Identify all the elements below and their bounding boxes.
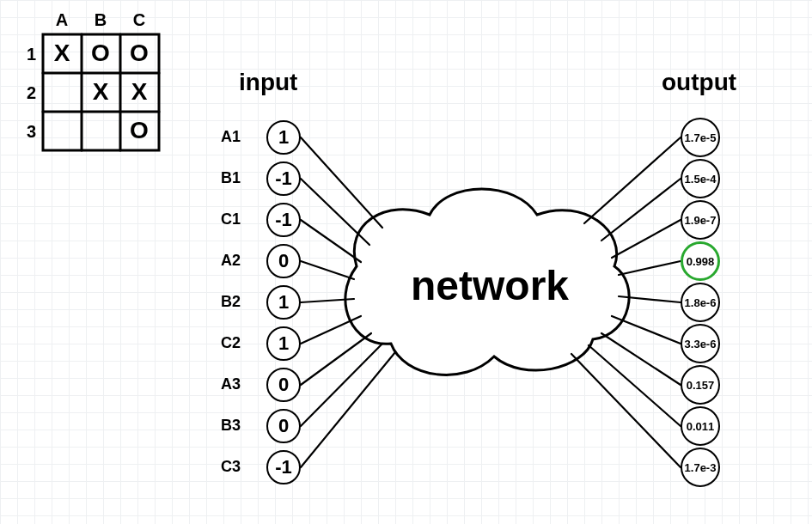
svg-line-6 xyxy=(301,179,369,245)
cell-C2: X xyxy=(122,78,156,106)
board-col-B: B xyxy=(83,10,118,30)
board-row-1: 1 xyxy=(19,45,36,64)
input-node-C1: -1 xyxy=(266,203,301,237)
cell-C3: O xyxy=(122,117,156,144)
input-value: 0 xyxy=(278,250,289,272)
output-node-6: 0.157 xyxy=(681,365,720,405)
output-value: 1.7e-3 xyxy=(685,461,717,474)
svg-line-10 xyxy=(301,316,361,344)
output-node-7: 0.011 xyxy=(681,406,720,446)
input-label-B2: B2 xyxy=(206,293,241,311)
cell-C1: O xyxy=(122,40,156,67)
cell-A1: X xyxy=(45,40,79,67)
input-node-A2: 0 xyxy=(266,244,301,278)
svg-line-5 xyxy=(301,137,382,228)
output-value: 0.998 xyxy=(687,255,715,268)
diagram-stage: { "board": { "cols": ["A", "B", "C"], "r… xyxy=(0,0,812,524)
input-value: -1 xyxy=(275,209,292,231)
output-node-0: 1.7e-5 xyxy=(681,118,720,157)
output-value: 0.157 xyxy=(687,379,715,392)
svg-line-7 xyxy=(301,220,361,262)
svg-line-20 xyxy=(601,333,681,385)
svg-line-17 xyxy=(619,261,681,275)
input-label-C3: C3 xyxy=(206,458,241,476)
input-label-C2: C2 xyxy=(206,334,241,352)
input-label-A3: A3 xyxy=(206,375,241,393)
input-heading: input xyxy=(239,69,297,96)
svg-line-13 xyxy=(301,352,395,467)
svg-line-19 xyxy=(612,316,681,344)
input-node-C3: -1 xyxy=(266,450,301,484)
input-value: -1 xyxy=(275,456,292,478)
input-node-A3: 0 xyxy=(266,368,301,402)
board-row-2: 2 xyxy=(19,83,36,103)
output-node-4: 1.8e-6 xyxy=(681,283,720,322)
output-node-2: 1.9e-7 xyxy=(681,200,720,240)
input-node-C2: 1 xyxy=(266,326,301,361)
output-value: 1.5e-4 xyxy=(685,173,717,186)
input-label-B3: B3 xyxy=(206,417,241,435)
input-label-A1: A1 xyxy=(206,128,241,146)
output-node-3: 0.998 xyxy=(681,241,720,281)
output-node-1: 1.5e-4 xyxy=(681,159,720,198)
cell-B2: X xyxy=(83,78,118,106)
board-row-3: 3 xyxy=(19,122,36,142)
output-value: 1.8e-6 xyxy=(685,296,717,309)
input-node-B2: 1 xyxy=(266,285,301,320)
output-node-8: 1.7e-3 xyxy=(681,448,720,487)
output-node-5: 3.3e-6 xyxy=(681,324,720,363)
input-value: 1 xyxy=(278,332,289,355)
svg-line-11 xyxy=(301,333,371,385)
svg-line-8 xyxy=(301,261,354,279)
board-col-A: A xyxy=(45,10,79,30)
input-node-B1: -1 xyxy=(266,161,301,196)
output-value: 1.9e-7 xyxy=(685,214,717,227)
board-col-C: C xyxy=(122,10,156,30)
input-label-B1: B1 xyxy=(206,169,241,187)
input-node-B3: 0 xyxy=(266,409,301,443)
input-node-A1: 1 xyxy=(266,120,301,155)
output-heading: output xyxy=(662,69,736,96)
input-label-A2: A2 xyxy=(206,252,241,270)
output-value: 3.3e-6 xyxy=(685,338,717,350)
input-value: 0 xyxy=(278,374,289,396)
input-value: 1 xyxy=(278,291,289,314)
svg-line-15 xyxy=(601,179,681,241)
input-value: -1 xyxy=(275,168,292,190)
network-label: network xyxy=(400,262,580,309)
output-value: 1.7e-5 xyxy=(685,131,717,144)
input-value: 1 xyxy=(278,126,289,149)
input-value: 0 xyxy=(278,415,289,437)
output-value: 0.011 xyxy=(687,420,715,433)
svg-line-14 xyxy=(584,137,681,223)
input-label-C1: C1 xyxy=(206,210,241,228)
cell-B1: O xyxy=(83,40,118,67)
